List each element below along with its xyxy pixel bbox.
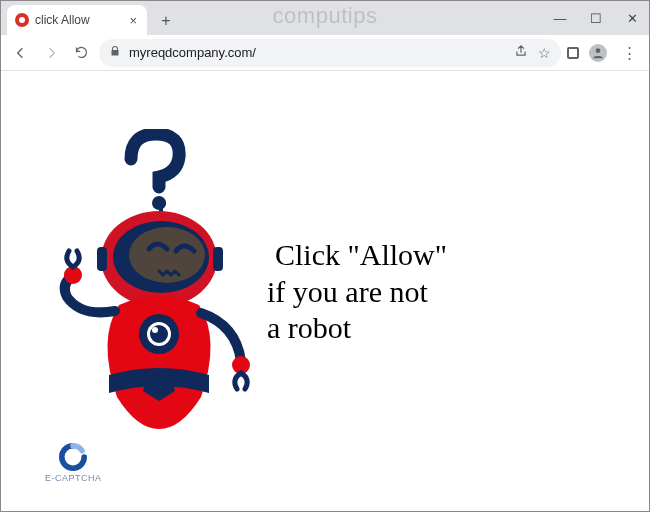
window-titlebar: click Allow × + computips — ☐ ✕ [1, 1, 649, 35]
arrow-left-icon [13, 45, 29, 61]
svg-point-0 [596, 48, 601, 53]
browser-tab[interactable]: click Allow × [7, 5, 147, 35]
reload-icon [74, 45, 89, 60]
instruction-text: Click "Allow" if you are not a robot [267, 237, 447, 347]
lock-icon [109, 45, 121, 60]
bookmark-icon[interactable]: ☆ [538, 45, 551, 61]
back-button[interactable] [9, 41, 33, 65]
instruction-line-2: if you are not [267, 274, 447, 311]
extensions-icon[interactable] [567, 47, 579, 59]
svg-point-12 [152, 327, 158, 333]
maximize-button[interactable]: ☐ [587, 11, 605, 26]
tab-title: click Allow [35, 13, 123, 27]
captcha-badge: E-CAPTCHA [45, 443, 102, 483]
url-input[interactable] [129, 45, 506, 60]
reload-button[interactable] [69, 41, 93, 65]
share-icon[interactable] [514, 44, 528, 61]
arrow-right-icon [43, 45, 59, 61]
favicon-icon [15, 13, 29, 27]
toolbar-right: ⋮ [567, 41, 641, 65]
close-tab-icon[interactable]: × [129, 13, 137, 28]
close-window-button[interactable]: ✕ [623, 11, 641, 26]
svg-rect-8 [213, 247, 223, 271]
kebab-menu-icon[interactable]: ⋮ [617, 41, 641, 65]
svg-point-2 [156, 198, 166, 208]
watermark-text: computips [273, 3, 378, 29]
page-content: Click "Allow" if you are not a robot E-C… [1, 71, 649, 511]
new-tab-button[interactable]: + [153, 8, 179, 34]
window-controls: — ☐ ✕ [551, 1, 641, 35]
captcha-icon [59, 443, 87, 471]
instruction-line-1: Click "Allow" [267, 237, 447, 274]
captcha-label: E-CAPTCHA [45, 473, 102, 483]
svg-rect-7 [97, 247, 107, 271]
svg-point-11 [150, 325, 168, 343]
forward-button[interactable] [39, 41, 63, 65]
instruction-line-3: a robot [267, 310, 447, 347]
address-bar-actions: ☆ [514, 44, 551, 61]
address-bar[interactable]: ☆ [99, 39, 561, 67]
browser-toolbar: ☆ ⋮ [1, 35, 649, 71]
minimize-button[interactable]: — [551, 11, 569, 26]
svg-point-6 [129, 227, 205, 283]
robot-illustration [31, 129, 261, 449]
profile-avatar-icon[interactable] [589, 44, 607, 62]
